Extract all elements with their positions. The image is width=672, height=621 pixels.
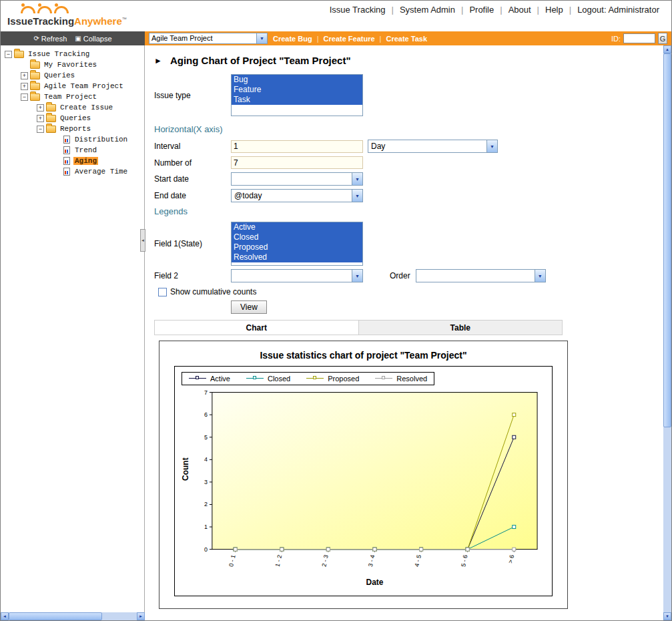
cumulative-checkbox[interactable] (158, 288, 167, 296)
svg-text:3: 3 (204, 478, 208, 485)
id-input[interactable] (623, 33, 655, 43)
option-task[interactable]: Task (232, 95, 362, 105)
interval-label: Interval (154, 142, 231, 151)
toolbar: ⟳Refresh ▣Collapse Agile Team Project ▼ … (1, 31, 671, 45)
cumulative-label: Show cumulative counts (170, 287, 256, 296)
issue-type-label: Issue type (154, 91, 231, 100)
tree-item-agile-team-project[interactable]: +Agile Team Project (1, 81, 144, 91)
legend-label: Resolved (396, 375, 427, 383)
report-icon (63, 146, 70, 154)
tree-item-aging[interactable]: Aging (1, 156, 144, 166)
tree-item-my-favorites[interactable]: My Favorites (1, 59, 144, 70)
field1-listbox[interactable]: ActiveClosedProposedResolved (231, 222, 363, 266)
plot-row: Count 012345670 - 11 - 22 - 33 - 44 - 55… (180, 388, 547, 588)
menu-item-logout-administrator[interactable]: Logout: Administrator (577, 5, 659, 15)
menu-item-help[interactable]: Help (545, 5, 563, 15)
y-axis: 01234567 (204, 389, 212, 552)
expander-minus-icon[interactable]: − (5, 51, 12, 58)
field2-select[interactable]: ▼ (231, 269, 363, 282)
tree-item-team-project[interactable]: −Team Project (1, 91, 144, 102)
expander-minus-icon[interactable]: − (21, 93, 28, 101)
project-select[interactable]: Agile Team Project ▼ (149, 33, 268, 44)
tree-item-label: Distribution (73, 136, 129, 144)
tab-chart[interactable]: Chart (154, 320, 359, 335)
toolbar-main: Agile Team Project ▼ Create Bug|Create F… (145, 31, 671, 45)
refresh-button[interactable]: ⟳Refresh (33, 35, 67, 43)
scroll-right-icon[interactable]: ► (137, 612, 145, 620)
vertical-scrollbar-thumb[interactable] (663, 53, 671, 427)
option-bug[interactable]: Bug (232, 75, 362, 85)
svg-text:3 - 4: 3 - 4 (367, 554, 376, 567)
title-arrow-icon: ► (154, 56, 162, 65)
svg-text:0: 0 (204, 546, 208, 552)
interval-unit-select[interactable]: Day ▼ (368, 140, 498, 153)
expander-minus-icon[interactable]: − (37, 126, 44, 133)
tree-item-trend[interactable]: Trend (1, 145, 144, 156)
scroll-down-icon[interactable]: ▼ (663, 612, 671, 620)
chart-legend: ActiveClosedProposedResolved (182, 372, 434, 385)
sidebar-tree: −Issue TrackingMy Favorites+Queries+Agil… (1, 45, 144, 177)
tree-item-queries[interactable]: +Queries (1, 113, 144, 124)
menu-separator: | (569, 5, 571, 15)
folder-icon (46, 115, 56, 122)
menu-item-profile[interactable]: Profile (469, 5, 494, 15)
horizontal-scrollbar[interactable]: ◄ ► (1, 612, 145, 620)
option-feature[interactable]: Feature (232, 85, 362, 95)
collapse-arrow-icon: ◄ (141, 238, 145, 242)
expander-plus-icon[interactable]: + (37, 104, 44, 112)
menu-item-issue-tracking[interactable]: Issue Tracking (330, 5, 386, 15)
toolbar-action-create-bug[interactable]: Create Bug (273, 35, 312, 43)
tree-item-average-time[interactable]: Average Time (1, 166, 144, 177)
scroll-left-icon[interactable]: ◄ (1, 612, 9, 620)
menu-item-about[interactable]: About (509, 5, 531, 15)
order-select[interactable]: ▼ (416, 269, 546, 282)
field1-row: Field 1(State) ActiveClosedProposedResol… (154, 222, 663, 266)
view-button[interactable]: View (231, 300, 267, 314)
number-of-input[interactable] (231, 156, 363, 169)
start-date-value (232, 173, 352, 185)
tree-item-create-issue[interactable]: +Create Issue (1, 102, 144, 113)
sidebar: −Issue TrackingMy Favorites+Queries+Agil… (1, 45, 145, 612)
tree-item-label: Create Issue (59, 104, 114, 112)
tree-item-queries[interactable]: +Queries (1, 70, 144, 81)
scroll-up-icon[interactable]: ▲ (663, 45, 671, 53)
legend-line-icon (306, 378, 324, 379)
go-button[interactable]: G (658, 33, 667, 44)
field2-label: Field 2 (154, 271, 231, 280)
order-value (416, 270, 535, 282)
legend-item-active: Active (189, 375, 230, 383)
toolbar-action-create-feature[interactable]: Create Feature (324, 35, 375, 43)
tree-item-reports[interactable]: −Reports (1, 124, 144, 134)
menu-item-system-admin[interactable]: System Admin (400, 5, 455, 15)
collapse-button[interactable]: ▣Collapse (75, 35, 111, 43)
expander-plus-icon[interactable]: + (21, 83, 28, 90)
legend-marker-square-icon (253, 376, 256, 379)
folder-icon (30, 61, 40, 69)
toolbar-action-create-task[interactable]: Create Task (386, 35, 427, 43)
horizontal-scrollbar-thumb[interactable] (9, 612, 102, 620)
interval-input[interactable] (231, 140, 363, 153)
option-resolved[interactable]: Resolved (232, 252, 362, 262)
page-title: Aging Chart of Project "Team Project" (170, 55, 351, 66)
tab-table[interactable]: Table (359, 320, 563, 335)
option-active[interactable]: Active (232, 222, 362, 232)
legend-marker-square-icon (382, 376, 385, 379)
tree-item-distribution[interactable]: Distribution (1, 134, 144, 145)
folder-icon (30, 93, 40, 101)
option-closed[interactable]: Closed (232, 232, 362, 242)
expander-plus-icon[interactable]: + (21, 72, 28, 79)
end-date-label: End date (154, 191, 231, 200)
vertical-scrollbar[interactable]: ▲ ▼ (663, 45, 671, 620)
chevron-down-icon: ▼ (486, 140, 497, 152)
tree-item-issue-tracking[interactable]: −Issue Tracking (1, 49, 144, 59)
legend-item-resolved: Resolved (375, 375, 427, 383)
end-date-select[interactable]: @today ▼ (231, 189, 363, 202)
tree-item-label: Queries (59, 114, 92, 122)
option-proposed[interactable]: Proposed (232, 242, 362, 252)
start-date-select[interactable]: ▼ (231, 172, 363, 186)
issue-type-listbox[interactable]: BugFeatureTask (231, 74, 363, 116)
expander-plus-icon[interactable]: + (37, 115, 44, 122)
report-icon (63, 136, 70, 144)
folder-icon (46, 104, 56, 112)
sidebar-collapse-handle[interactable]: ◄ (140, 229, 145, 252)
